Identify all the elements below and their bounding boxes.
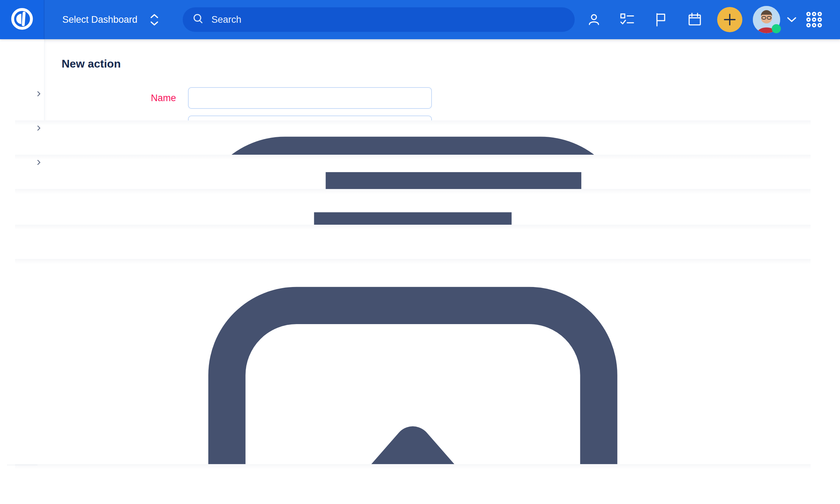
tasklist-button[interactable]	[617, 0, 638, 39]
sidebar-item-projects-tree[interactable]	[0, 115, 44, 141]
apps-menu-button[interactable]	[804, 0, 825, 39]
user-menu-chevron[interactable]	[781, 0, 802, 39]
flag-button[interactable]	[650, 0, 671, 39]
sidebar-item-dashboards[interactable]	[0, 81, 44, 106]
apps-grid-icon	[806, 11, 822, 28]
info-icon	[15, 464, 811, 504]
sidebar-divider	[7, 465, 37, 465]
sidebar-item-tasks[interactable]	[0, 150, 44, 175]
page-title: New action	[62, 57, 121, 70]
person-icon	[587, 13, 601, 27]
online-status-dot	[772, 24, 781, 33]
plus-icon	[723, 13, 736, 26]
dashboard-selector[interactable]: Select Dashboard	[62, 0, 159, 39]
chevron-right-icon	[36, 91, 42, 97]
sidebar-expand-button[interactable]	[0, 472, 44, 498]
topbar: Select Dashboard	[0, 0, 840, 39]
tasklist-icon	[620, 13, 635, 27]
search-input[interactable]	[211, 14, 526, 25]
chevron-right-icon	[36, 125, 42, 131]
calendar-icon	[687, 12, 702, 27]
sidebar	[0, 39, 44, 504]
app-logo[interactable]	[0, 0, 44, 39]
sidebar-item-users[interactable]	[0, 186, 44, 211]
dashboard-selector-label: Select Dashboard	[62, 14, 138, 25]
search-bar[interactable]	[183, 7, 575, 32]
logo-icon	[10, 7, 34, 32]
flag-icon	[654, 12, 668, 27]
name-input[interactable]	[188, 87, 432, 109]
calendar-button[interactable]	[684, 0, 705, 39]
person-button[interactable]	[583, 0, 604, 39]
name-label: Name	[62, 93, 176, 104]
sidebar-item-collapse-module[interactable]	[0, 220, 44, 245]
sidebar-item-info[interactable]	[0, 425, 44, 450]
search-icon	[192, 13, 204, 27]
app-root: Select Dashboard	[0, 0, 840, 504]
user-menu[interactable]	[753, 6, 780, 33]
add-new-button[interactable]	[717, 7, 742, 32]
chevron-down-icon	[786, 16, 797, 23]
chevron-right-icon	[36, 160, 42, 165]
dashboard-select-chevrons	[150, 14, 159, 26]
